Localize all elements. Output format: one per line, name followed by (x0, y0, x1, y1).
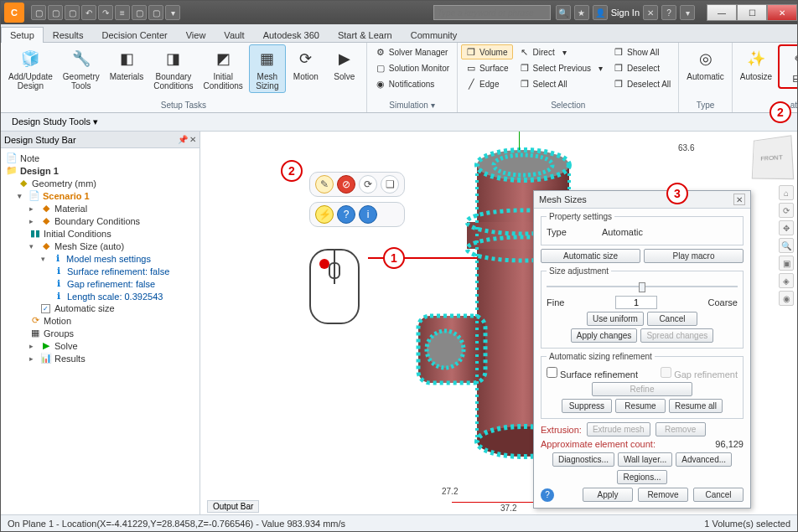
tab-start-learn[interactable]: Start & Learn (329, 27, 402, 43)
star-icon[interactable]: ★ (574, 5, 589, 20)
tree-mesh-size[interactable]: ◆Mesh Size (auto) (29, 240, 198, 252)
pan-icon[interactable]: ✥ (779, 220, 794, 235)
solution-monitor-button[interactable]: ▢Solution Monitor (370, 60, 453, 75)
search-box[interactable] (433, 5, 551, 20)
motion-button[interactable]: ⟳Motion (288, 44, 324, 84)
boundary-conditions-button[interactable]: ◨BoundaryConditions (149, 44, 197, 93)
tab-vault[interactable]: Vault (215, 27, 253, 43)
tree-initial-conditions[interactable]: ▮▮Initial Conditions (29, 227, 198, 240)
deselect-button[interactable]: ❒Deselect (609, 60, 675, 75)
mesh-sizing-button[interactable]: ▦MeshSizing (249, 44, 286, 93)
advanced-btn[interactable]: Advanced... (676, 452, 732, 467)
play-macro-button[interactable]: Play macro (644, 249, 744, 263)
dialog-titlebar[interactable]: Mesh Sizes ✕ (534, 191, 750, 209)
tab-results[interactable]: Results (44, 27, 93, 43)
tree-view[interactable]: 📄Note 📁Design 1 ◆Geometry (mm) 📄Scenario… (1, 148, 200, 514)
bolt-icon[interactable]: ⚡ (315, 205, 334, 224)
help-floating-button[interactable]: ? (337, 205, 355, 224)
qat-icon[interactable]: ▢ (148, 5, 163, 20)
info-floating-button[interactable]: i (359, 205, 377, 224)
zoom-icon[interactable]: 🔍 (779, 238, 794, 253)
select-all-button[interactable]: ❒Select All (515, 76, 607, 91)
tree-motion[interactable]: ⟳Motion (29, 314, 198, 327)
tree-surface-refinement[interactable]: ℹSurface refinement: false (53, 265, 198, 277)
solve-button[interactable]: ▶Solve (326, 44, 363, 84)
help-icon[interactable]: ? (541, 488, 554, 502)
tree-design1[interactable]: 📁Design 1 (6, 164, 198, 177)
surface-refinement-check[interactable]: Surface refinement (547, 367, 638, 380)
tree-scenario1[interactable]: 📄Scenario 1 (18, 189, 198, 202)
tree-automatic-size[interactable]: ✓Automatic size (41, 302, 198, 314)
tree-results[interactable]: 📊Results (29, 352, 198, 364)
home-icon[interactable]: ⌂ (779, 185, 794, 200)
signin-link[interactable]: Sign In (611, 8, 640, 18)
view-cube[interactable]: FRONT (752, 135, 794, 179)
edit-floating-button[interactable]: ✎ (315, 175, 334, 194)
size-slider[interactable] (547, 281, 738, 292)
tab-view[interactable]: View (177, 27, 215, 43)
exchange-icon[interactable]: ✕ (643, 5, 658, 20)
automatic-size-button[interactable]: Automatic size (541, 249, 640, 263)
help-icon[interactable]: ? (661, 5, 676, 20)
tree-boundary-conditions[interactable]: ◆Boundary Conditions (29, 214, 198, 227)
apply-button[interactable]: Apply (583, 488, 633, 502)
qat-more-icon[interactable]: ≡ (115, 5, 130, 20)
search-input[interactable] (433, 5, 551, 20)
wall-layer-btn[interactable]: Wall layer... (618, 452, 672, 467)
tree-note[interactable]: 📄Note (6, 152, 198, 164)
tree-gap-refinement[interactable]: ℹGap refinement: false (53, 277, 198, 290)
select-previous-button[interactable]: ❒Select Previous▾ (515, 60, 607, 75)
qat-dropdown-icon[interactable]: ▾ (165, 5, 180, 20)
qat-open-icon[interactable]: ▢ (48, 5, 63, 20)
tool-icon[interactable]: ◉ (779, 291, 794, 306)
dialog-close-icon[interactable]: ✕ (733, 194, 745, 205)
dropdown-icon[interactable]: ▾ (680, 5, 695, 20)
cancel-button[interactable]: Cancel (693, 488, 744, 502)
automatic-type-button[interactable]: ◎Automatic (682, 44, 728, 84)
use-uniform-button[interactable]: Use uniform (587, 312, 644, 326)
checkbox-icon[interactable]: ✓ (41, 304, 50, 313)
minimize-button[interactable]: — (707, 4, 737, 21)
pin-icon[interactable]: 📌 (178, 135, 188, 144)
close-panel-icon[interactable]: ✕ (189, 135, 196, 144)
tree-material[interactable]: ◆Material (29, 202, 198, 214)
add-update-design-button[interactable]: 🧊Add/UpdateDesign (4, 44, 57, 93)
show-all-button[interactable]: ❒Show All (609, 44, 675, 59)
tab-decision-center[interactable]: Decision Center (92, 27, 176, 43)
deselect-all-button[interactable]: ❒Deselect All (609, 76, 675, 91)
qat-undo-icon[interactable]: ↶ (81, 5, 96, 20)
size-value-input[interactable] (615, 296, 657, 309)
user-icon[interactable]: 👤 (593, 5, 608, 20)
initial-conditions-button[interactable]: ◩InitialConditions (200, 44, 247, 93)
binoculars-icon[interactable]: 🔍 (556, 5, 571, 20)
select-floating-button[interactable]: ❏ (381, 175, 399, 194)
orbit-floating-button[interactable]: ⟳ (359, 175, 377, 194)
tree-length-scale[interactable]: ℹLength scale: 0.392543 (53, 290, 198, 302)
qat-redo-icon[interactable]: ↷ (98, 5, 113, 20)
tab-setup[interactable]: Setup (1, 27, 44, 43)
output-bar-button[interactable]: Output Bar (207, 500, 259, 513)
edge-button[interactable]: ╱Edge (461, 76, 512, 91)
edit-button[interactable]: ✎Edit (781, 47, 798, 86)
materials-button[interactable]: ◧Materials (106, 44, 148, 84)
tree-solve[interactable]: ▶Solve (29, 339, 198, 352)
autosize-button[interactable]: ✨Autosize (736, 44, 776, 84)
regions-btn[interactable]: Regions... (617, 470, 666, 484)
diagnostics-btn[interactable]: Diagnostics... (552, 452, 614, 467)
tab-autodesk360[interactable]: Autodesk 360 (254, 27, 329, 43)
qat-new-icon[interactable]: ▢ (31, 5, 46, 20)
cancel-size-button[interactable]: Cancel (647, 312, 697, 326)
close-button[interactable]: ✕ (767, 4, 797, 21)
qat-save-icon[interactable]: ▢ (65, 5, 80, 20)
maximize-button[interactable]: ☐ (737, 4, 767, 21)
apply-changes-button[interactable]: Apply changes (571, 328, 638, 343)
fit-icon[interactable]: ▣ (779, 256, 794, 271)
resume-all-button[interactable]: Resume all (669, 399, 723, 413)
extrusion-remove-button[interactable]: Remove (656, 422, 706, 436)
refine-button[interactable]: Refine (592, 382, 692, 396)
tree-geometry[interactable]: ◆Geometry (mm) (18, 177, 198, 189)
tab-community[interactable]: Community (402, 27, 467, 43)
geometry-tools-button[interactable]: 🔧GeometryTools (59, 44, 104, 93)
suppress-button[interactable]: Suppress (562, 399, 612, 413)
tree-groups[interactable]: ▦Groups (29, 327, 198, 339)
